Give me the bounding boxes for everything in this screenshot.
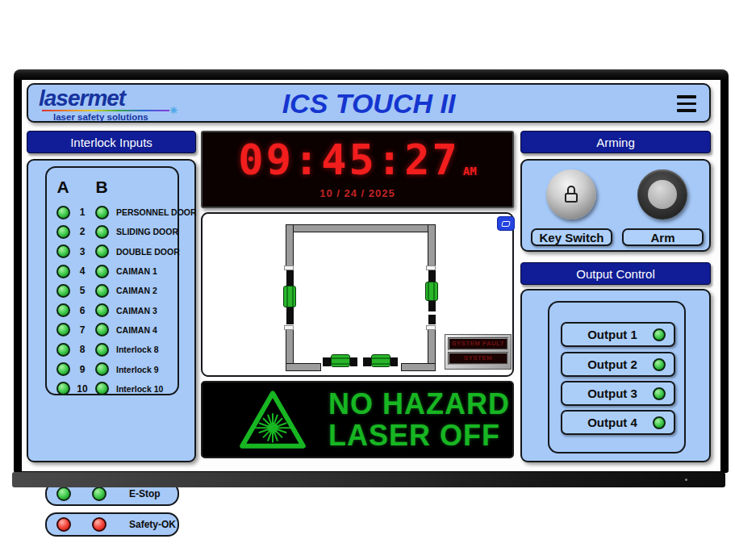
arm-button-face <box>648 180 677 209</box>
left-door-segment <box>286 307 294 324</box>
interlock-row: 7 CAIMAN 4 <box>52 320 177 340</box>
interlock-row: 4 CAIMAN 1 <box>52 261 177 281</box>
output-2-button[interactable]: Output 2 <box>561 352 675 377</box>
header-bar: lasermet ✳ laser safety solutions ICS TO… <box>27 83 711 123</box>
hazard-line1: NO HAZARD <box>328 388 510 420</box>
arming-header: Arming <box>520 131 711 153</box>
clock-time: 09:45:27 <box>238 139 459 181</box>
output-button-group: Output 1 Output 2 Output 3 Output 4 <box>548 301 686 453</box>
safety-led-b <box>92 517 106 532</box>
door-frame-cap <box>284 325 294 330</box>
power-led <box>685 479 687 481</box>
interlock-inputs-header: Interlock Inputs <box>27 131 196 153</box>
estop-label: E-Stop <box>127 488 177 499</box>
wall-left-upper <box>286 224 294 268</box>
interlock-row: 2 SLIDING DOOR <box>52 222 177 241</box>
system-indicator-box: SYSTEM FAULT SYSTEM MISMATCH <box>445 334 512 370</box>
estop-led-b <box>92 487 106 501</box>
output-1-led <box>653 328 666 341</box>
interlock-row: 1 PERSONNEL DOOR <box>52 203 177 222</box>
interlock-6-led-b <box>95 303 109 317</box>
hazard-line2: LASER OFF <box>328 420 510 451</box>
arming-panel: Key Switch Arm <box>520 159 711 252</box>
interlock-6-led-a <box>56 303 70 317</box>
interlock-7-led-a <box>56 323 70 336</box>
monitor-stand-bar <box>12 472 725 487</box>
interlock-5-led-b <box>95 284 109 298</box>
clock-date: 10 / 24 / 2025 <box>203 187 512 199</box>
page: lasermet ✳ laser safety solutions ICS TO… <box>0 0 735 560</box>
page-title: ICS TOUCH II <box>28 85 709 124</box>
interlock-7-led-b <box>95 323 109 336</box>
interlock-9-led-a <box>56 362 70 376</box>
room-map-panel: SYSTEM FAULT SYSTEM MISMATCH <box>201 212 514 377</box>
interlock-4-led-a <box>56 265 70 278</box>
arming-title: Arming <box>596 136 635 149</box>
system-mismatch-indicator: SYSTEM MISMATCH <box>448 352 508 365</box>
interlock-1-led-b <box>95 206 109 219</box>
safety-led-a <box>56 517 71 532</box>
estop-led-a <box>56 487 71 501</box>
safety-ok-status: Safety-OK <box>45 512 179 537</box>
output-control-panel: Output 1 Output 2 Output 3 Output 4 <box>520 289 711 462</box>
right-door-segment <box>428 301 436 311</box>
interlock-2-led-b <box>95 225 109 239</box>
bottom-door-segment <box>350 357 357 366</box>
clock-meridiem: AM <box>463 165 477 178</box>
interlock-2-led-a <box>56 225 70 239</box>
laser-warning-icon <box>238 388 307 451</box>
lock-icon <box>565 186 578 203</box>
output-3-led <box>653 387 666 400</box>
interlock-inputs-title: Interlock Inputs <box>70 136 152 149</box>
bottom-door-segment <box>323 357 331 366</box>
bottom-door-segment <box>363 357 371 366</box>
output-2-led <box>653 358 666 371</box>
touchscreen: lasermet ✳ laser safety solutions ICS TO… <box>22 80 720 471</box>
rotate-icon <box>501 221 510 227</box>
interlock-inputs-panel: A B 1 PERSONNEL DOOR 2 <box>27 159 196 462</box>
interlock-9-led-b <box>95 362 109 376</box>
column-a-header: A <box>52 178 73 197</box>
output-1-button[interactable]: Output 1 <box>561 322 675 347</box>
interlock-row: 9 Interlock 9 <box>52 359 177 378</box>
interlock-row: 5 CAIMAN 2 <box>52 281 177 300</box>
interlock-row: 3 DOUBLE DOOR <box>52 242 177 261</box>
interlock-column-headers: A B <box>52 172 177 203</box>
interlock-8-led-b <box>95 343 109 357</box>
interlock-3-led-a <box>56 244 70 258</box>
digital-clock: 09:45:27 AM 10 / 24 / 2025 <box>201 131 514 208</box>
right-door-segment <box>428 315 436 324</box>
wall-right-upper <box>428 224 436 268</box>
output-3-button[interactable]: Output 3 <box>561 381 675 406</box>
safety-label: Safety-OK <box>127 519 177 530</box>
arm-label-button[interactable]: Arm <box>622 228 704 246</box>
key-switch-button[interactable] <box>546 169 596 219</box>
interlock-row: 10 Interlock 10 <box>52 379 177 399</box>
map-rotate-button[interactable] <box>497 216 515 231</box>
bottom-door-sensor-2 <box>371 354 390 367</box>
column-b-header: B <box>91 178 112 197</box>
interlock-list: A B 1 PERSONNEL DOOR 2 <box>45 166 179 395</box>
monitor-bezel: lasermet ✳ laser safety solutions ICS TO… <box>14 69 729 473</box>
wall-top <box>287 224 432 232</box>
arm-button[interactable] <box>637 169 687 219</box>
bottom-door-segment <box>390 357 398 366</box>
interlock-row: 6 CAIMAN 3 <box>52 300 177 320</box>
right-door-sensor <box>425 282 438 301</box>
hamburger-menu-icon[interactable] <box>677 95 696 116</box>
system-fault-indicator: SYSTEM FAULT <box>448 337 508 350</box>
output-4-led <box>653 416 666 429</box>
wall-bottom-left <box>286 363 321 371</box>
bottom-door-sensor-1 <box>331 354 350 367</box>
interlock-3-led-b <box>95 244 109 258</box>
left-door-sensor <box>283 286 296 307</box>
wall-bottom-right <box>401 363 436 371</box>
hazard-status-display: NO HAZARD LASER OFF <box>201 381 514 458</box>
interlock-10-led-a <box>56 382 70 395</box>
interlock-row: 8 Interlock 8 <box>52 340 177 359</box>
interlock-4-led-b <box>95 265 109 278</box>
output-4-button[interactable]: Output 4 <box>561 410 675 435</box>
interlock-1-led-a <box>56 206 70 219</box>
door-frame-cap <box>426 325 436 330</box>
key-switch-label-button[interactable]: Key Switch <box>531 228 612 246</box>
